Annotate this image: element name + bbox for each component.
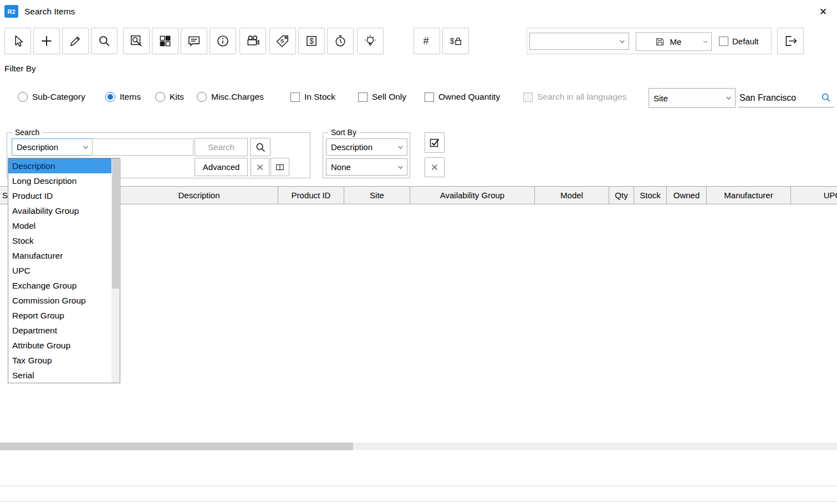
tag-button[interactable]: S bbox=[269, 28, 296, 54]
chevron-down-icon bbox=[725, 95, 732, 102]
info-button[interactable] bbox=[210, 28, 236, 54]
search-icon bbox=[254, 141, 267, 153]
dropdown-option[interactable]: Manufacturer bbox=[8, 248, 111, 263]
sort-apply-button[interactable] bbox=[425, 132, 445, 153]
camera-icon bbox=[246, 34, 260, 48]
save-view-label: Me bbox=[670, 37, 682, 47]
horizontal-scrollbar-thumb[interactable] bbox=[0, 443, 353, 450]
dropdown-option[interactable]: Stock bbox=[8, 233, 111, 248]
dropdown-option[interactable]: UPC bbox=[8, 263, 111, 278]
checkbox-icon bbox=[425, 92, 434, 102]
dropdown-option[interactable]: Commission Group bbox=[8, 293, 111, 308]
camera-button[interactable] bbox=[239, 28, 266, 54]
search-clear-button[interactable] bbox=[251, 158, 269, 176]
dropdown-option[interactable]: Tax Group bbox=[8, 353, 111, 368]
sort-clear-button[interactable] bbox=[425, 157, 445, 177]
column-header[interactable]: Manufacturer bbox=[707, 186, 791, 204]
advanced-search-button[interactable]: Advanced bbox=[195, 158, 248, 176]
column-header[interactable]: Model bbox=[535, 186, 609, 204]
chevron-down-icon bbox=[619, 38, 626, 45]
notes-button[interactable] bbox=[181, 28, 207, 54]
column-header[interactable]: Description bbox=[120, 186, 278, 204]
results-table-header: S Description Product ID Site Availabili… bbox=[0, 186, 837, 204]
dropdown-option[interactable]: Report Group bbox=[8, 308, 111, 323]
save-view-button[interactable]: Me bbox=[636, 32, 700, 51]
checked-box-icon bbox=[428, 136, 441, 150]
timer-icon bbox=[333, 34, 348, 48]
search-mag-button[interactable] bbox=[250, 138, 271, 156]
search-window-button[interactable] bbox=[123, 28, 150, 54]
serial-number-button[interactable]: # bbox=[414, 28, 440, 54]
column-header[interactable]: Site bbox=[344, 186, 410, 204]
filter-checkbox[interactable]: Search in all languages bbox=[523, 90, 626, 104]
pencil-icon bbox=[68, 34, 83, 48]
column-header[interactable]: UPC bbox=[791, 186, 837, 204]
price-lock-button[interactable]: $ bbox=[442, 28, 469, 54]
chevron-down-icon bbox=[397, 143, 404, 151]
dropdown-scrollbar[interactable] bbox=[111, 158, 120, 383]
info-icon bbox=[216, 34, 230, 48]
filter-checkbox[interactable]: Owned Quantity bbox=[425, 90, 500, 104]
search-field-combo[interactable]: Description bbox=[12, 138, 93, 156]
price-button[interactable]: $ bbox=[298, 28, 325, 54]
dropdown-option[interactable]: Serial bbox=[8, 368, 111, 383]
svg-text:#: # bbox=[423, 35, 430, 47]
pointer-tool-button[interactable] bbox=[4, 28, 31, 54]
chevron-down-icon bbox=[397, 163, 404, 171]
column-header[interactable]: Availability Group bbox=[410, 186, 535, 204]
sort-secondary-value: None bbox=[331, 162, 351, 172]
checkbox-icon bbox=[358, 92, 368, 102]
checkbox-label: Search in all languages bbox=[537, 92, 626, 102]
search-query-input[interactable] bbox=[92, 138, 193, 156]
filter-checkbox[interactable]: Sell Only bbox=[358, 90, 406, 104]
dropdown-option[interactable]: Attribute Group bbox=[8, 338, 111, 353]
view-combo[interactable] bbox=[529, 33, 629, 50]
dropdown-option[interactable]: Availability Group bbox=[8, 203, 111, 218]
comment-icon bbox=[187, 34, 201, 48]
dropdown-option[interactable]: Description bbox=[8, 158, 111, 173]
search-icon bbox=[97, 34, 111, 48]
save-view-dropdown[interactable] bbox=[700, 32, 712, 51]
plus-icon bbox=[39, 34, 54, 48]
pointer-icon bbox=[11, 34, 25, 48]
sort-group-label: Sort By bbox=[328, 128, 359, 137]
search-expand-button[interactable] bbox=[271, 158, 289, 176]
checkbox-label: Sell Only bbox=[372, 92, 406, 102]
chevron-down-icon bbox=[82, 143, 89, 151]
horizontal-scrollbar[interactable] bbox=[0, 443, 837, 450]
column-header[interactable]: Owned bbox=[667, 186, 707, 204]
window-title: Search Items bbox=[24, 7, 75, 17]
dropdown-option[interactable]: Long Description bbox=[8, 173, 111, 188]
quick-search-button[interactable] bbox=[91, 28, 118, 54]
site-search-field[interactable]: San Francisco bbox=[738, 89, 834, 107]
dropdown-option[interactable]: Product ID bbox=[8, 188, 111, 203]
edit-item-button[interactable] bbox=[62, 28, 89, 54]
column-header[interactable]: Product ID bbox=[278, 186, 344, 204]
svg-text:S: S bbox=[280, 38, 284, 44]
dropdown-option[interactable]: Department bbox=[8, 323, 111, 338]
dropdown-scrollbar-thumb[interactable] bbox=[112, 158, 119, 289]
search-submit-button[interactable]: Search bbox=[195, 138, 248, 156]
dropdown-option[interactable]: Model bbox=[8, 218, 111, 233]
filter-checkbox[interactable]: In Stock bbox=[290, 90, 335, 104]
site-search-icon[interactable] bbox=[820, 92, 833, 104]
column-header[interactable]: Qty bbox=[609, 186, 634, 204]
default-checkbox[interactable]: Default bbox=[719, 37, 759, 46]
site-filter-combo[interactable]: Site bbox=[649, 88, 736, 108]
sort-primary-combo[interactable]: Description bbox=[326, 138, 407, 156]
checkbox-icon bbox=[290, 92, 300, 102]
close-button[interactable]: ✕ bbox=[816, 4, 830, 19]
dropdown-option[interactable]: Exchange Group bbox=[8, 278, 111, 293]
exit-button[interactable] bbox=[777, 28, 804, 54]
chevron-down-icon bbox=[702, 39, 708, 45]
price-tag-s-icon: S bbox=[275, 34, 290, 48]
checkbox-icon bbox=[523, 92, 533, 102]
add-item-button[interactable] bbox=[33, 28, 60, 54]
tips-button[interactable] bbox=[357, 28, 384, 54]
layout-button[interactable] bbox=[152, 28, 178, 54]
sort-secondary-combo[interactable]: None bbox=[326, 158, 407, 176]
status-bar bbox=[0, 486, 837, 502]
exit-icon bbox=[783, 34, 798, 48]
timer-button[interactable] bbox=[327, 28, 354, 54]
column-header[interactable]: Stock bbox=[634, 186, 667, 204]
